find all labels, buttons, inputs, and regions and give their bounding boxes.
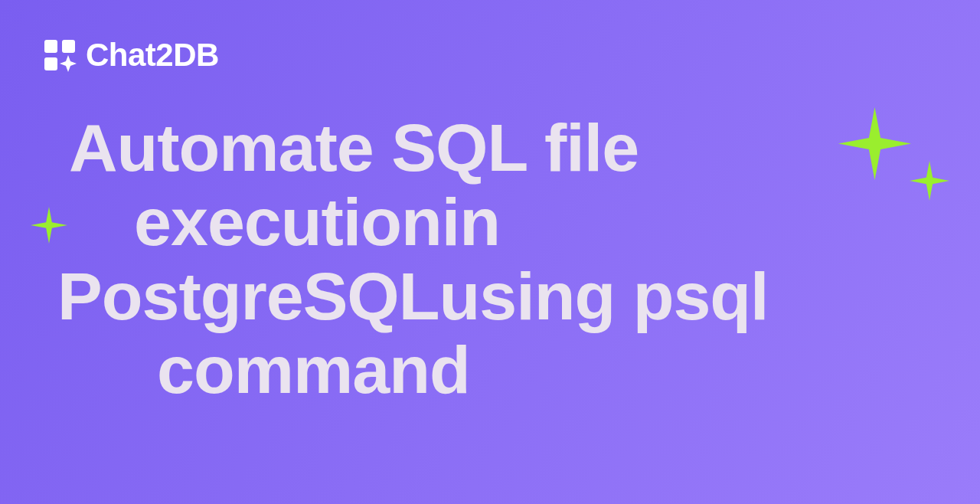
sparkle-icon-medium — [910, 161, 949, 201]
svg-rect-0 — [44, 40, 57, 53]
svg-rect-2 — [44, 57, 57, 70]
page-title: Automate SQL file executionin PostgreSQL… — [57, 111, 949, 407]
sparkle-icon-large — [838, 107, 911, 180]
svg-rect-1 — [62, 40, 75, 53]
title-line-1: Automate SQL file — [57, 111, 949, 185]
title-line-4: command — [57, 333, 949, 407]
sparkle-icon-small — [31, 207, 67, 244]
title-line-3: PostgreSQLusing psql — [57, 260, 949, 334]
brand-logo-text: Chat2DB — [86, 37, 219, 74]
title-line-2: executionin — [57, 185, 949, 260]
brand-logo-icon — [43, 38, 77, 72]
brand-logo: Chat2DB — [43, 37, 219, 74]
